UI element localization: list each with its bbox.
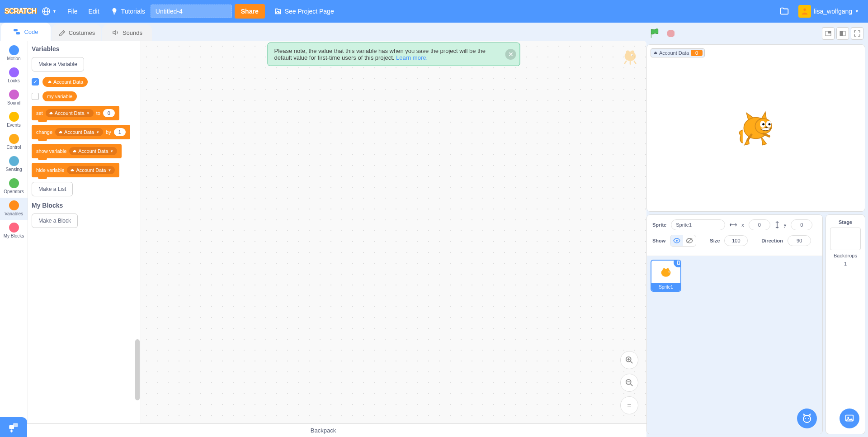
variable-reporter-my-variable[interactable]: my variable xyxy=(42,91,77,101)
image-icon xyxy=(844,413,854,423)
tab-sounds[interactable]: Sounds xyxy=(102,24,152,41)
account-menu[interactable]: lisa_wolfgang ▼ xyxy=(794,5,863,18)
sprite-y-input[interactable] xyxy=(791,219,812,230)
block-input[interactable]: 1 xyxy=(114,128,126,136)
svg-point-40 xyxy=(666,268,669,271)
stage[interactable]: Account Data 0 xyxy=(646,44,865,212)
my-stuff-button[interactable] xyxy=(775,6,794,16)
variable-monitor[interactable]: Account Data 0 xyxy=(651,48,705,57)
make-list-button[interactable]: Make a List xyxy=(32,182,73,196)
category-events[interactable]: Events xyxy=(0,109,28,131)
category-label: Sound xyxy=(7,100,20,105)
stage-selector[interactable]: Stage Backdrops 1 xyxy=(826,214,865,434)
category-label: Sensing xyxy=(5,167,22,172)
stop-icon xyxy=(666,29,675,38)
cloud-icon xyxy=(58,130,62,134)
stop-button[interactable] xyxy=(665,27,677,40)
block-label: change xyxy=(36,129,52,135)
code-icon xyxy=(13,28,21,35)
svg-rect-26 xyxy=(840,31,843,36)
category-motion[interactable]: Motion xyxy=(0,43,28,65)
add-sprite-button[interactable] xyxy=(797,408,817,428)
add-backdrop-button[interactable] xyxy=(840,408,859,428)
sprite-x-input[interactable] xyxy=(749,219,770,230)
alert-close-button[interactable]: ✕ xyxy=(505,49,516,60)
variable-checkbox-my-variable[interactable] xyxy=(32,93,39,100)
stage-small-button[interactable] xyxy=(822,27,835,40)
stage-title: Stage xyxy=(839,219,852,225)
category-dot xyxy=(9,200,19,210)
show-variable-block[interactable]: show variable Account Data▼ xyxy=(32,144,122,158)
tutorials-label: Tutorials xyxy=(121,8,145,15)
share-button[interactable]: Share xyxy=(235,4,265,19)
scripts-workspace[interactable]: Please note, the value that this variabl… xyxy=(141,41,646,423)
palette-scrollbar[interactable] xyxy=(135,41,140,423)
category-looks[interactable]: Looks xyxy=(0,65,28,87)
category-control[interactable]: Control xyxy=(0,131,28,153)
category-label: My Blocks xyxy=(4,233,24,238)
hide-variable-block[interactable]: hide variable Account Data▼ xyxy=(32,163,119,177)
zoom-in-button[interactable] xyxy=(620,351,638,369)
category-operators[interactable]: Operators xyxy=(0,176,28,198)
variable-checkbox-account-data[interactable]: ✓ xyxy=(32,78,39,86)
category-sound[interactable]: Sound xyxy=(0,87,28,109)
variable-reporter-account-data[interactable]: Account Data xyxy=(42,77,88,87)
change-variable-block[interactable]: change Account Data▼ by 1 xyxy=(32,125,130,139)
tutorials-button[interactable]: Tutorials xyxy=(105,0,151,23)
edit-menu[interactable]: Edit xyxy=(83,0,104,23)
tab-costumes-label: Costumes xyxy=(69,29,95,36)
category-dot xyxy=(9,67,19,77)
block-input[interactable]: 0 xyxy=(103,109,115,117)
category-variables[interactable]: Variables xyxy=(0,198,28,220)
svg-point-10 xyxy=(632,55,633,56)
category-my-blocks[interactable]: My Blocks xyxy=(0,220,28,242)
alert-text: Please note, the value that this variabl… xyxy=(274,48,486,61)
make-block-button[interactable]: Make a Block xyxy=(32,214,78,228)
sprite-name-input[interactable] xyxy=(671,219,725,230)
stage-fullscreen-button[interactable] xyxy=(851,27,863,40)
chevron-down-icon: ▼ xyxy=(855,9,859,14)
tab-costumes[interactable]: Costumes xyxy=(52,24,101,41)
category-sensing[interactable]: Sensing xyxy=(0,153,28,176)
zoom-out-button[interactable] xyxy=(620,374,638,392)
file-menu[interactable]: File xyxy=(62,0,83,23)
sprite-size-input[interactable] xyxy=(724,235,748,246)
svg-marker-22 xyxy=(667,30,675,37)
sprite-watermark xyxy=(620,45,640,65)
variable-dropdown[interactable]: Account Data▼ xyxy=(55,128,103,136)
svg-point-33 xyxy=(765,127,768,128)
make-variable-button[interactable]: Make a Variable xyxy=(32,57,84,71)
green-flag-button[interactable] xyxy=(648,27,661,40)
hide-sprite-button[interactable] xyxy=(683,235,696,246)
svg-rect-19 xyxy=(13,423,18,427)
backdrops-count: 1 xyxy=(844,261,847,266)
size-label: Size xyxy=(710,238,720,243)
block-label: to xyxy=(96,110,100,116)
stage-large-button[interactable] xyxy=(836,27,849,40)
tab-code[interactable]: Code xyxy=(1,23,51,41)
x-label: x xyxy=(741,222,744,228)
language-menu[interactable]: ▼ xyxy=(36,0,62,23)
variable-dropdown[interactable]: Account Data▼ xyxy=(67,166,115,174)
scratch-logo[interactable]: SCRATCH xyxy=(5,5,36,18)
alert-learn-more-link[interactable]: Learn more. xyxy=(396,54,428,61)
lightbulb-icon xyxy=(110,7,118,15)
stage-thumbnail[interactable] xyxy=(830,228,861,250)
monitor-label: Account Data xyxy=(659,50,689,56)
backpack-header[interactable]: Backpack xyxy=(0,423,646,437)
sprite-tile[interactable]: Sprite1 xyxy=(651,260,681,292)
sprite-on-stage[interactable] xyxy=(733,105,778,151)
fullscreen-icon xyxy=(854,30,860,37)
set-variable-block[interactable]: set Account Data▼ to 0 xyxy=(32,106,119,120)
costumes-icon xyxy=(58,29,66,36)
show-sprite-button[interactable] xyxy=(670,235,683,246)
svg-point-44 xyxy=(805,418,806,419)
extension-button[interactable] xyxy=(0,417,27,437)
see-project-page-button[interactable]: See Project Page xyxy=(268,0,340,23)
project-title-input[interactable] xyxy=(151,5,232,18)
sprite-direction-input[interactable] xyxy=(788,235,811,246)
zoom-reset-button[interactable]: = xyxy=(620,396,638,414)
direction-label: Direction xyxy=(761,238,783,243)
variable-dropdown[interactable]: Account Data▼ xyxy=(46,109,94,117)
variable-dropdown[interactable]: Account Data▼ xyxy=(69,147,117,155)
